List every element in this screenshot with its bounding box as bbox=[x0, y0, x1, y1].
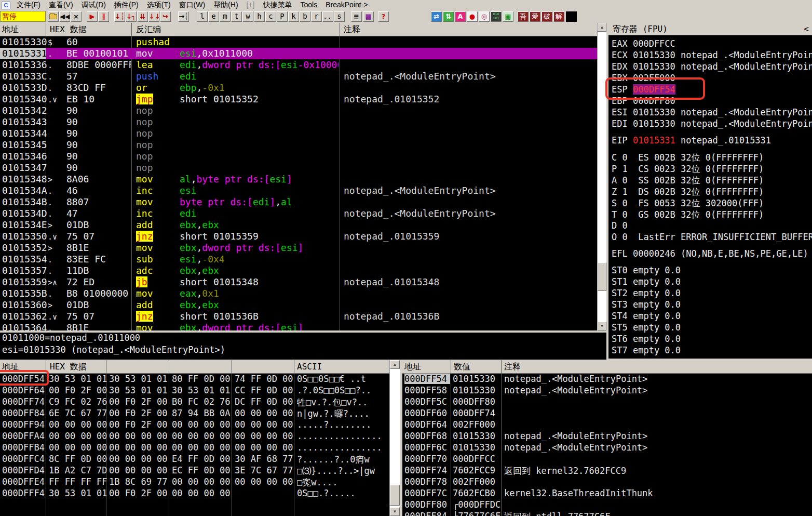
menu-item-w[interactable]: 窗口(W) bbox=[175, 0, 210, 10]
disasm-row[interactable]: 0101534690nop bbox=[0, 151, 597, 162]
disasm-row[interactable]: 01015352>8B1Emovebx,dword ptr ds:[esi] bbox=[0, 242, 597, 254]
register-line[interactable]: S 0 FS 0053 32位 302000(FFF) bbox=[612, 197, 812, 209]
register-line[interactable]: ST0 empty 0.0 bbox=[612, 265, 812, 276]
disasm-row[interactable]: 0101534790nop bbox=[0, 162, 597, 174]
dump-row[interactable]: 000DFFF430 53 01 0100 F0 2F 0000 00 00 0… bbox=[0, 488, 389, 499]
stack-row[interactable]: 000DFF70000DFFCC bbox=[402, 454, 812, 465]
stack-row[interactable]: 000DFF64002FF000 bbox=[402, 419, 812, 431]
disasm-row[interactable]: 01015357.11DBadcebx,ebx bbox=[0, 265, 597, 276]
register-line[interactable]: ST4 empty 0.0 bbox=[612, 311, 812, 322]
register-line[interactable]: EFL 00000246 (NO,NB,E,BE,NS,PE,GE,LE) bbox=[612, 248, 812, 260]
scroll-up-arrow[interactable]: ▲ bbox=[598, 23, 606, 32]
menu-item-h[interactable]: 帮助(H) bbox=[209, 0, 242, 10]
scrollbar-thumb[interactable] bbox=[390, 485, 400, 506]
stack-row[interactable]: 000DFF5C000DFF80 bbox=[402, 396, 812, 408]
restart-button[interactable]: ◀◀ bbox=[59, 11, 70, 22]
dump-row[interactable]: 000DFF74C9 FC 02 7600 F0 2F 00B0 FC 02 7… bbox=[0, 396, 389, 408]
close-button[interactable]: × bbox=[71, 11, 82, 22]
binary-button[interactable]: 010 101 bbox=[491, 11, 502, 22]
source-button[interactable]: s bbox=[334, 11, 345, 22]
dump-row[interactable]: 000DFF9400 00 00 0000 F0 2F 0000 00 00 0… bbox=[0, 419, 389, 431]
menu-item-d[interactable]: 调试(D) bbox=[77, 0, 110, 10]
disasm-row[interactable]: 01015330$60pushad bbox=[0, 36, 597, 48]
stack-row[interactable]: 000DFF747602FCC9返回到 kernel32.7602FCC9 bbox=[402, 465, 812, 477]
cn-ai-button[interactable]: 爱 bbox=[530, 11, 540, 22]
cn-jie-button[interactable]: 解 bbox=[553, 11, 564, 22]
dump-row[interactable]: 000DFFE4FF FF FF FF1B 8C 69 7700 00 00 0… bbox=[0, 477, 389, 488]
register-line[interactable]: ST1 empty 0.0 bbox=[612, 276, 812, 288]
step-over-button[interactable]: ↓┐ bbox=[126, 11, 137, 22]
stack-row[interactable]: 000DFF80┌000DFFDC bbox=[402, 499, 812, 511]
menu-item-tools[interactable]: Tools bbox=[296, 0, 322, 10]
register-line[interactable]: ST6 empty 0.0 bbox=[612, 334, 812, 345]
animate-into-button[interactable]: ⇊ bbox=[137, 11, 148, 22]
menu-item-f[interactable]: 文件(F) bbox=[12, 0, 45, 10]
open-file-button[interactable] bbox=[48, 11, 59, 22]
collapse-button[interactable]: < bbox=[804, 24, 809, 34]
stack-row[interactable]: 000DFF78002FF000 bbox=[402, 477, 812, 488]
register-line[interactable]: EBX 002FF000 bbox=[612, 73, 812, 84]
dump-row[interactable]: 000DFFA400 00 00 0000 00 00 0000 00 00 0… bbox=[0, 431, 389, 442]
memory-map-button[interactable]: m bbox=[220, 11, 231, 22]
disasm-row[interactable]: 01015350.∨75 07jnzshort 01015359notepad_… bbox=[0, 231, 597, 242]
dump-scrollbar[interactable]: ▲ ▼ bbox=[389, 360, 400, 516]
disassembly-scrollbar[interactable]: ▲ ▼ bbox=[597, 23, 606, 330]
scroll-down-arrow[interactable]: ▼ bbox=[598, 322, 606, 330]
updown-arrows-button[interactable]: ⇅ bbox=[443, 11, 454, 22]
disasm-row[interactable]: 01015359>∧72 EDjbshort 01015348notepad_.… bbox=[0, 276, 597, 288]
register-line[interactable]: ESI 01015330 notepad_.<ModuleEntryPoint> bbox=[612, 107, 812, 118]
register-line[interactable]: EDI 01015330 notepad_.<ModuleEntryPoint> bbox=[612, 118, 812, 130]
stack-row[interactable]: 000DFF84└77677C6F返回到 ntdll.77677C6F bbox=[402, 511, 812, 516]
cn-po-button[interactable]: 破 bbox=[542, 11, 552, 22]
scroll-up-arrow[interactable]: ▲ bbox=[390, 360, 400, 369]
register-line[interactable]: EIP 01015331 notepad_.01015331 bbox=[612, 135, 812, 147]
run-trace-button[interactable]: ... bbox=[322, 11, 333, 22]
register-line[interactable]: ST7 empty 0.0 bbox=[612, 345, 812, 356]
disasm-row[interactable]: 01015364.8B1Emovebx,dword ptr ds:[esi] bbox=[0, 322, 597, 330]
register-line[interactable]: EBP 000DFF80 bbox=[612, 96, 812, 107]
stack-row[interactable]: 000DFF60000DFF74 bbox=[402, 408, 812, 419]
sync-arrows-button[interactable]: ⇄ bbox=[431, 11, 442, 22]
register-line[interactable]: ST2 empty 0.0 bbox=[612, 288, 812, 299]
goto-button[interactable]: →┆ bbox=[178, 11, 189, 22]
disasm-row[interactable]: 01015360>01DBaddebx,ebx bbox=[0, 299, 597, 311]
stack-row[interactable]: 000DFF5801015330notepad_.<ModuleEntryPoi… bbox=[402, 385, 812, 396]
help-button[interactable]: ? bbox=[378, 11, 389, 22]
disasm-row[interactable]: 01015362.∨75 07jnzshort 0101536Bnotepad_… bbox=[0, 311, 597, 322]
register-line[interactable]: ST5 empty 0.0 bbox=[612, 322, 812, 334]
disasm-row[interactable]: 0101534590nop bbox=[0, 139, 597, 151]
record-button[interactable]: ● bbox=[467, 11, 478, 22]
breakpoints-button[interactable]: b bbox=[300, 11, 310, 22]
dump-row[interactable]: 000DFFC48C FF 0D 0000 00 00 00E4 FF 0D 0… bbox=[0, 454, 389, 465]
executable-modules-button[interactable]: e bbox=[208, 11, 219, 22]
animate-over-button[interactable]: ↓↓ bbox=[148, 11, 159, 22]
disasm-row[interactable]: 01015354.83EE FCsubesi,-0x4 bbox=[0, 254, 597, 265]
register-line[interactable]: ESP 000DFF54 bbox=[612, 84, 812, 96]
dump-row[interactable]: 000DFF846E 7C 67 7700 F0 2F 0087 94 BB 0… bbox=[0, 408, 389, 419]
disasm-row[interactable]: 01015348>8A06moval,byte ptr ds:[esi] bbox=[0, 174, 597, 185]
dump-row[interactable]: 000DFFB400 00 00 0000 00 00 0000 00 00 0… bbox=[0, 442, 389, 454]
patches-button[interactable]: P bbox=[277, 11, 288, 22]
stack-row[interactable]: 000DFF6801015330notepad_.<ModuleEntryPoi… bbox=[402, 431, 812, 442]
appearance-button[interactable]: ▦ bbox=[363, 11, 374, 22]
register-line[interactable]: C 0 ES 002B 32位 0(FFFFFFFF) bbox=[612, 152, 812, 163]
disasm-row[interactable]: 0101534490nop bbox=[0, 128, 597, 139]
threads-button[interactable]: t bbox=[231, 11, 242, 22]
dump-row[interactable]: 000DFF5430 53 01 0130 53 01 0180 FF 0D 0… bbox=[0, 374, 389, 385]
run-button[interactable]: ▶ bbox=[87, 11, 98, 22]
disasm-row[interactable]: 01015340.∨EB 10jmpshort 01015352notepad_… bbox=[0, 94, 597, 105]
window-green-button[interactable]: ▣ bbox=[503, 11, 513, 22]
register-line[interactable]: Z 1 DS 002B 32位 0(FFFFFFFF) bbox=[612, 186, 812, 197]
references-button[interactable]: r bbox=[311, 11, 322, 22]
cpu-window-button[interactable]: c bbox=[265, 11, 276, 22]
disasm-row[interactable]: 0101533D.83CD FForebp,-0x1 bbox=[0, 82, 597, 94]
target-button[interactable]: ◎ bbox=[479, 11, 490, 22]
pause-button[interactable]: ‖ bbox=[98, 11, 109, 22]
menu-item-breakpoint[interactable]: BreakPoint-> bbox=[321, 0, 372, 10]
disasm-row[interactable]: 0101534290nop bbox=[0, 105, 597, 116]
menu-item-[interactable]: 快捷菜单 bbox=[259, 0, 296, 10]
disasm-row[interactable]: 0101534390nop bbox=[0, 116, 597, 128]
handles-button[interactable]: h bbox=[254, 11, 265, 22]
call-stack-button[interactable]: k bbox=[288, 11, 299, 22]
register-line[interactable]: D 0 bbox=[612, 220, 812, 232]
